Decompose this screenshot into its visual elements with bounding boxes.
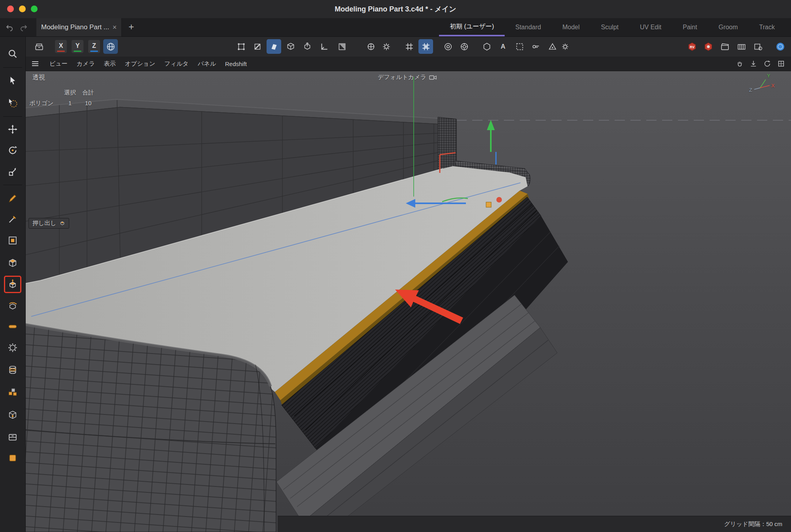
target-button[interactable]	[441, 39, 455, 54]
team-render-sphere-button[interactable]	[773, 39, 787, 54]
layout-item-track[interactable]: Track	[749, 18, 785, 36]
model-mode-button[interactable]	[283, 39, 298, 54]
array-tool-button[interactable]	[4, 383, 21, 401]
layout-item-model[interactable]: Model	[552, 18, 590, 36]
selection-filter-button[interactable]	[512, 39, 527, 54]
extrude-tool-button[interactable]	[4, 276, 21, 293]
layout-item-standard[interactable]: Standard	[505, 18, 552, 36]
projection-label[interactable]: 透視	[32, 74, 45, 82]
rotate-tool-button[interactable]	[4, 142, 21, 159]
plane-tool-button[interactable]	[4, 232, 21, 249]
viewport-menu-redshift[interactable]: Redshift	[225, 61, 247, 67]
selection-header-total: 合計	[79, 87, 97, 98]
window-title: Modeling Piano Part 3.c4d * - メイン	[0, 0, 791, 18]
move-tool-button[interactable]	[4, 121, 21, 138]
workplane-mode-button[interactable]	[317, 39, 331, 54]
zoom-tool-button[interactable]	[4, 45, 21, 62]
pen-tool-button[interactable]	[4, 189, 21, 207]
texture-mode-button[interactable]	[335, 39, 349, 54]
orbit-icon[interactable]	[762, 59, 772, 69]
lathe-tool-button[interactable]	[4, 361, 21, 379]
bevel-tool-button[interactable]	[4, 318, 21, 335]
film-strip-button[interactable]	[734, 39, 749, 54]
keyframe-filter-button[interactable]	[528, 39, 543, 54]
camera-label-group[interactable]: デフォルトカメラ	[348, 74, 467, 81]
axis-modification-button[interactable]	[363, 39, 378, 54]
camera-icon	[429, 75, 437, 80]
cloth-tool-button[interactable]	[4, 339, 21, 356]
undo-button[interactable]	[4, 21, 16, 33]
layout-item-paint[interactable]: Paint	[672, 18, 708, 36]
viewport-menu-display[interactable]: 表示	[104, 60, 116, 68]
axis-x-label: X	[59, 42, 63, 49]
viewport-hamburger-icon[interactable]	[30, 61, 40, 67]
selection-row-label: ポリゴン	[29, 98, 61, 108]
select-tool-button[interactable]	[4, 72, 21, 89]
redo-button[interactable]	[17, 21, 29, 33]
document-tab[interactable]: Modeling Piano Part ... ×	[36, 18, 122, 36]
layout-item-uvedit[interactable]: UV Edit	[629, 18, 672, 36]
gizmo-center-handle[interactable]	[486, 202, 491, 207]
render-queue-button[interactable]	[751, 39, 765, 54]
content-browser-button[interactable]	[32, 39, 46, 54]
annotation-button[interactable]: A	[496, 39, 510, 54]
live-select-tool-button[interactable]	[4, 94, 21, 112]
application-window: Modeling Piano Part 3.c4d * - メイン Modeli…	[0, 0, 791, 532]
viewport-options-gear-button[interactable]	[558, 39, 572, 54]
new-tab-button[interactable]: +	[123, 18, 139, 36]
sculpt-pen-tool-button[interactable]	[4, 210, 21, 228]
scale-tool-button[interactable]	[4, 163, 21, 181]
selection-count-selected: 1	[61, 98, 79, 108]
instance-tool-button[interactable]	[4, 406, 21, 424]
sidebar-divider	[3, 116, 22, 117]
toggle-views-icon[interactable]	[776, 59, 786, 69]
smooth-shift-tool-button[interactable]	[4, 297, 21, 314]
tool-sidebar	[0, 36, 26, 532]
viewport-menu-camera[interactable]: カメラ	[77, 60, 95, 68]
snap-settings-button[interactable]	[457, 39, 471, 54]
axis-y-label: Y	[76, 42, 80, 49]
renderview-button[interactable]: RV	[685, 39, 699, 54]
active-tool-hint: 押し出し	[28, 218, 69, 229]
axis-z-lock-button[interactable]: Z	[88, 40, 100, 53]
axis-z-label: Z	[92, 42, 96, 49]
layout-item-sculpt[interactable]: Sculpt	[590, 18, 629, 36]
quantize-grid-button[interactable]	[402, 39, 416, 54]
modeling-settings-button[interactable]	[379, 39, 394, 54]
viewport-menu-bar: ビュー カメラ 表示 オプション フィルタ パネル Redshift	[25, 57, 791, 71]
render-settings-clapper-button[interactable]	[717, 39, 732, 54]
edges-mode-button[interactable]	[250, 39, 265, 54]
selection-info-hud: 選択 合計 ポリゴン 1 10	[29, 87, 97, 108]
selection-info-row: ポリゴン 1 10	[29, 98, 97, 108]
viewport-menu-panel[interactable]: パネル	[198, 60, 216, 68]
axis-y-lock-button[interactable]: Y	[72, 40, 83, 53]
camera-label[interactable]: デフォルトカメラ	[378, 74, 426, 81]
points-mode-button[interactable]	[234, 39, 248, 54]
polygons-mode-button[interactable]	[267, 39, 281, 54]
object-axis-mode-button[interactable]	[300, 39, 314, 54]
viewport-menu-filter[interactable]: フィルタ	[165, 60, 189, 68]
pan-hand-icon[interactable]	[734, 59, 745, 69]
world-coordinates-button[interactable]	[103, 39, 118, 54]
axis-z-underline	[90, 51, 98, 52]
active-tool-hint-label: 押し出し	[32, 220, 57, 227]
material-square-tool-button[interactable]	[4, 449, 21, 467]
snap-enable-button[interactable]	[418, 39, 433, 54]
display-hexagon-button[interactable]	[479, 39, 494, 54]
viewport-menu-options[interactable]: オプション	[125, 60, 155, 68]
drawer-tool-button[interactable]	[4, 428, 21, 446]
render-button[interactable]	[701, 39, 715, 54]
cube-tool-button[interactable]	[4, 254, 21, 272]
sidebar-divider	[3, 67, 22, 68]
layout-item-startup[interactable]: 初期 (ユーザー)	[439, 18, 505, 36]
gizmo-red-dot[interactable]	[496, 197, 502, 203]
selection-count-total: 10	[79, 98, 97, 108]
svg-text:RV: RV	[690, 45, 694, 49]
extrude-hint-icon	[59, 220, 65, 226]
orientation-axis-gizmo[interactable]: Y X Z	[747, 72, 786, 97]
tab-close-icon[interactable]: ×	[109, 23, 117, 32]
axis-x-lock-button[interactable]: X	[55, 40, 67, 53]
layout-item-groom[interactable]: Groom	[708, 18, 749, 36]
viewport-menu-view[interactable]: ビュー	[49, 60, 68, 68]
dolly-icon[interactable]	[748, 59, 759, 69]
